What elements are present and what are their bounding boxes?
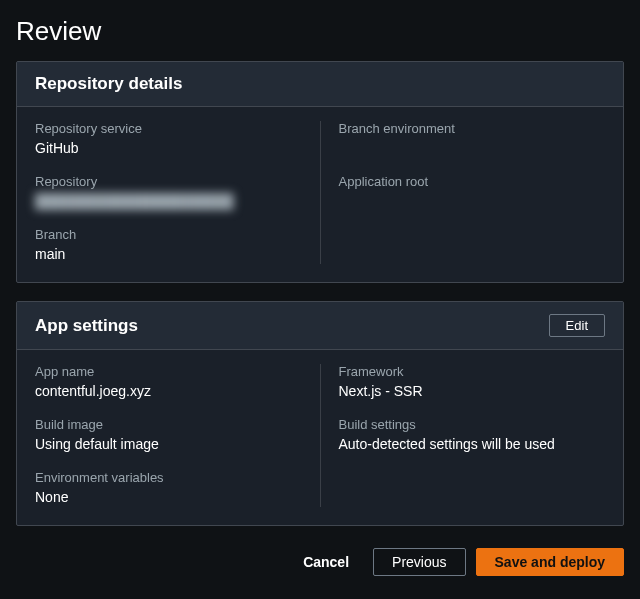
field-branch-environment: Branch environment: [339, 121, 606, 158]
environment-variables-value: None: [35, 489, 302, 507]
repository-value: ████████████████████: [35, 193, 302, 211]
field-build-image: Build image Using default image: [35, 417, 302, 454]
app-settings-header: App settings Edit: [17, 302, 623, 350]
field-repository: Repository ████████████████████: [35, 174, 302, 211]
build-image-value: Using default image: [35, 436, 302, 454]
application-root-value: [339, 193, 606, 211]
framework-label: Framework: [339, 364, 606, 379]
field-repository-service: Repository service GitHub: [35, 121, 302, 158]
build-settings-value: Auto-detected settings will be used: [339, 436, 606, 454]
field-app-name: App name contentful.joeg.xyz: [35, 364, 302, 401]
app-settings-title: App settings: [35, 316, 138, 336]
field-application-root: Application root: [339, 174, 606, 211]
repository-label: Repository: [35, 174, 302, 189]
page-title: Review: [16, 16, 624, 47]
repository-details-title: Repository details: [35, 74, 182, 94]
build-settings-label: Build settings: [339, 417, 606, 432]
field-build-settings: Build settings Auto-detected settings wi…: [339, 417, 606, 454]
framework-value: Next.js - SSR: [339, 383, 606, 401]
branch-value: main: [35, 246, 302, 264]
application-root-label: Application root: [339, 174, 606, 189]
repository-service-label: Repository service: [35, 121, 302, 136]
app-settings-panel: App settings Edit App name contentful.jo…: [16, 301, 624, 526]
field-framework: Framework Next.js - SSR: [339, 364, 606, 401]
previous-button[interactable]: Previous: [373, 548, 465, 576]
environment-variables-label: Environment variables: [35, 470, 302, 485]
edit-button[interactable]: Edit: [549, 314, 605, 337]
branch-environment-label: Branch environment: [339, 121, 606, 136]
wizard-footer: Cancel Previous Save and deploy: [16, 544, 624, 576]
cancel-button[interactable]: Cancel: [289, 548, 363, 576]
field-environment-variables: Environment variables None: [35, 470, 302, 507]
save-and-deploy-button[interactable]: Save and deploy: [476, 548, 624, 576]
repository-service-value: GitHub: [35, 140, 302, 158]
repository-details-body: Repository service GitHub Repository ███…: [17, 107, 623, 282]
branch-label: Branch: [35, 227, 302, 242]
repository-details-header: Repository details: [17, 62, 623, 107]
build-image-label: Build image: [35, 417, 302, 432]
field-branch: Branch main: [35, 227, 302, 264]
branch-environment-value: [339, 140, 606, 158]
app-name-label: App name: [35, 364, 302, 379]
repository-details-panel: Repository details Repository service Gi…: [16, 61, 624, 283]
app-name-value: contentful.joeg.xyz: [35, 383, 302, 401]
app-settings-body: App name contentful.joeg.xyz Build image…: [17, 350, 623, 525]
